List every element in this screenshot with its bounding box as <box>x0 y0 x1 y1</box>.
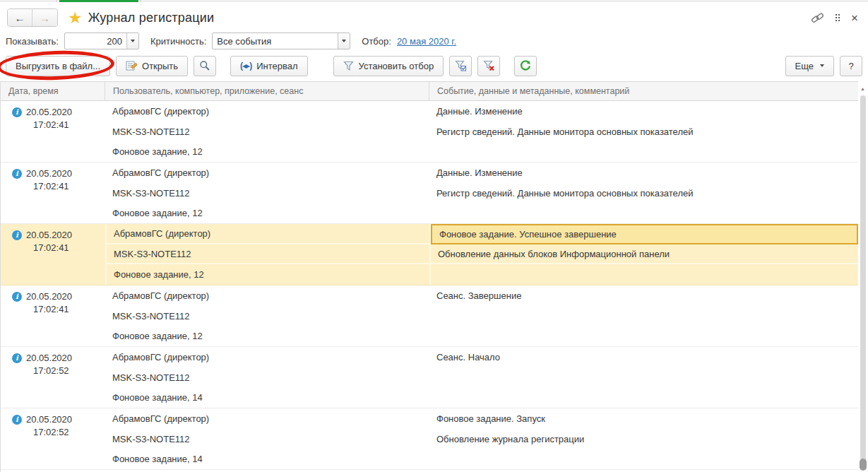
back-arrow-icon: ← <box>15 12 25 24</box>
event-date: 20.05.2020 <box>26 291 72 302</box>
info-icon: i <box>12 292 22 302</box>
filter-by-value-button[interactable] <box>449 56 472 76</box>
cell-event-metadata[interactable]: Фоновое задание. Успешное завершениеОбно… <box>429 224 858 285</box>
cell-user-computer-session[interactable]: АбрамовГС (директор)MSK-S3-NOTE112Фоново… <box>105 285 429 346</box>
show-count-value[interactable]: 200 <box>65 33 126 49</box>
cell-event-metadata[interactable]: Данные. ИзменениеРегистр сведений. Данны… <box>429 163 858 223</box>
event-time: 17:02:41 <box>33 304 105 314</box>
criticality-dropdown[interactable] <box>338 33 350 49</box>
interval-button[interactable]: (◂▸) Интервал <box>230 56 307 76</box>
refresh-icon <box>520 60 531 71</box>
event-time: 17:02:52 <box>33 365 105 376</box>
title-bar: ← → ★ Журнал регистрации × <box>0 6 868 30</box>
criticality-value[interactable]: Все события <box>213 33 338 49</box>
column-header-event-metadata[interactable]: Событие, данные и метаданные, комментари… <box>429 82 858 100</box>
computer-name: MSK-S3-NOTE112 <box>105 367 429 388</box>
computer-name: MSK-S3-NOTE112 <box>107 244 429 265</box>
cell-date-time[interactable]: i20.05.202017:02:41 <box>1 224 105 285</box>
find-button[interactable] <box>194 56 216 76</box>
event-log-window: ← → ★ Журнал регистрации × Показывать: 2… <box>0 0 868 472</box>
back-button[interactable]: ← <box>8 9 32 26</box>
selection-date-link[interactable]: 20 мая 2020 г. <box>397 36 456 47</box>
cell-user-computer-session[interactable]: АбрамовГС (директор)MSK-S3-NOTE112Фоново… <box>105 224 429 285</box>
browser-tab-strip <box>0 0 868 2</box>
active-tab-indicator <box>59 0 138 2</box>
cell-user-computer-session[interactable]: АбрамовГС (директор)MSK-S3-NOTE112Фоново… <box>105 101 429 162</box>
cell-date-time[interactable]: i20.05.202017:02:52 <box>1 347 105 408</box>
column-header-user-computer[interactable]: Пользователь, компьютер, приложение, сеа… <box>105 82 429 100</box>
event-name[interactable]: Данные. Изменение <box>429 163 858 183</box>
navigation-group: ← → <box>7 8 58 27</box>
table-header-row: Дата, время Пользователь, компьютер, при… <box>1 81 858 101</box>
vertical-scrollbar[interactable]: ▲ <box>858 81 868 472</box>
toolbar: Выгрузить в файл... Открыть <box>0 54 868 78</box>
user-name: АбрамовГС (директор) <box>107 224 429 244</box>
cell-event-metadata[interactable]: Сеанс. Начало <box>429 347 858 408</box>
criticality-select[interactable]: Все события <box>212 33 350 49</box>
funnel-check-icon <box>455 60 467 71</box>
refresh-button[interactable] <box>514 56 537 76</box>
table-row[interactable]: i20.05.202017:02:41АбрамовГС (директор)M… <box>1 285 858 347</box>
set-filter-button[interactable]: Установить отбор <box>333 56 444 76</box>
table-row[interactable]: i20.05.202017:02:52АбрамовГС (директор)M… <box>1 347 858 408</box>
session-info: Фоновое задание, 12 <box>105 141 429 162</box>
get-link-icon[interactable] <box>811 11 824 25</box>
open-button[interactable]: Открыть <box>116 56 188 76</box>
computer-name: MSK-S3-NOTE112 <box>105 122 429 142</box>
title-actions: × <box>811 11 861 25</box>
show-count-field[interactable]: 200 <box>64 33 139 49</box>
chevron-down-icon <box>820 64 824 67</box>
funnel-icon <box>343 61 354 71</box>
clear-filter-button[interactable] <box>477 56 500 76</box>
computer-name: MSK-S3-NOTE112 <box>105 429 429 449</box>
column-header-date-time[interactable]: Дата, время <box>1 82 105 100</box>
export-to-file-label: Выгрузить в файл... <box>16 61 100 71</box>
cell-event-metadata[interactable]: Фоновое задание. ЗапускОбновление журнал… <box>429 408 858 469</box>
more-button[interactable]: Еще <box>785 56 834 76</box>
scrollbar-thumb[interactable] <box>860 459 867 471</box>
cell-event-metadata[interactable]: Сеанс. Завершение <box>429 285 858 346</box>
event-date: 20.05.2020 <box>26 353 72 363</box>
event-metadata: Регистр сведений. Данные монитора основн… <box>429 183 858 203</box>
event-comment <box>429 326 858 346</box>
cell-user-computer-session[interactable]: АбрамовГС (директор)MSK-S3-NOTE112Фоново… <box>105 347 429 408</box>
cell-date-time[interactable]: i20.05.202017:02:41 <box>1 101 105 162</box>
table-row[interactable]: i20.05.202017:02:41АбрамовГС (директор)M… <box>1 224 858 285</box>
session-info: Фоновое задание, 12 <box>105 326 429 346</box>
event-name[interactable]: Сеанс. Завершение <box>429 285 858 306</box>
event-comment <box>429 449 858 469</box>
cell-event-metadata[interactable]: Данные. ИзменениеРегистр сведений. Данны… <box>429 101 858 162</box>
favorite-star-icon[interactable]: ★ <box>68 10 83 26</box>
event-name[interactable]: Сеанс. Начало <box>429 347 858 367</box>
table-row[interactable]: i20.05.202017:02:52АбрамовГС (директор)M… <box>1 408 858 470</box>
event-name[interactable]: Данные. Изменение <box>429 101 858 122</box>
more-menu-icon[interactable] <box>836 14 840 21</box>
forward-button[interactable]: → <box>32 9 57 26</box>
event-name[interactable]: Фоновое задание. Запуск <box>429 408 858 429</box>
cell-date-time[interactable]: i20.05.202017:02:52 <box>1 408 105 469</box>
event-date: 20.05.2020 <box>26 230 72 240</box>
table-row[interactable]: i20.05.202017:02:41АбрамовГС (директор)M… <box>1 163 858 224</box>
event-metadata: Обновление журнала регистрации <box>429 429 858 449</box>
magnifier-icon <box>199 60 210 71</box>
open-label: Открыть <box>142 61 178 71</box>
scroll-up-icon[interactable]: ▲ <box>860 86 865 91</box>
event-metadata: Обновление данных блоков Информационной … <box>431 244 858 265</box>
help-button[interactable]: ? <box>840 56 862 76</box>
cell-user-computer-session[interactable]: АбрамовГС (директор)MSK-S3-NOTE112Фоново… <box>105 408 429 469</box>
event-comment <box>429 387 858 408</box>
cell-date-time[interactable]: i20.05.202017:02:41 <box>1 163 105 223</box>
close-icon[interactable]: × <box>851 12 858 24</box>
cell-user-computer-session[interactable]: АбрамовГС (директор)MSK-S3-NOTE112Фоново… <box>105 163 429 223</box>
interval-icon: (◂▸) <box>240 61 251 71</box>
cell-date-time[interactable]: i20.05.202017:02:41 <box>1 285 105 346</box>
table-row[interactable]: i20.05.202017:02:41АбрамовГС (директор)M… <box>1 101 858 163</box>
event-time: 17:02:41 <box>33 242 105 253</box>
scrollbar-track[interactable] <box>860 95 866 467</box>
funnel-clear-icon <box>483 60 495 71</box>
event-name[interactable]: Фоновое задание. Успешное завершение <box>431 224 858 244</box>
export-to-file-button[interactable]: Выгрузить в файл... <box>6 56 110 76</box>
show-count-dropdown[interactable] <box>126 33 138 49</box>
forward-arrow-icon: → <box>40 12 50 24</box>
page-title: Журнал регистрации <box>88 11 215 25</box>
